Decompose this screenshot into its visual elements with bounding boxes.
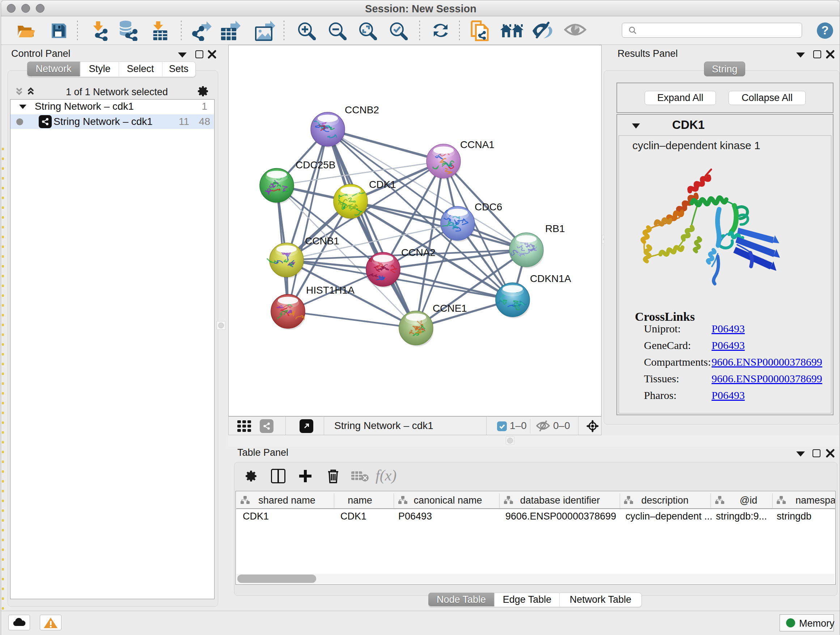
svg-text:CDKN1A: CDKN1A xyxy=(530,273,571,284)
svg-text:HIST1H1A: HIST1H1A xyxy=(306,285,355,296)
svg-text:CCNA2: CCNA2 xyxy=(401,247,436,258)
svg-text:CDK1: CDK1 xyxy=(369,179,396,190)
svg-text:CDC6: CDC6 xyxy=(475,201,502,212)
svg-text:CCNB2: CCNB2 xyxy=(345,104,379,116)
svg-text:CCNE1: CCNE1 xyxy=(433,302,467,314)
svg-text:CDC25B: CDC25B xyxy=(295,159,335,171)
svg-text:CCNB1: CCNB1 xyxy=(305,235,339,247)
svg-text:RB1: RB1 xyxy=(545,223,565,234)
svg-text:CCNA1: CCNA1 xyxy=(460,139,494,150)
